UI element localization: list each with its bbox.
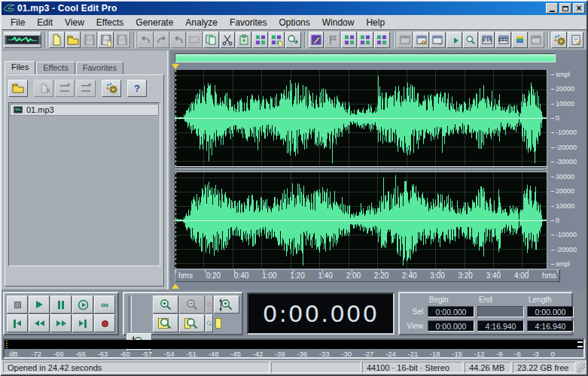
menu-item[interactable]: Effects [90, 16, 129, 29]
amplitude-tick-label: 0 [551, 114, 581, 122]
window-blank-button[interactable] [529, 32, 544, 48]
open-file-button[interactable] [66, 32, 81, 48]
window-clock-button[interactable] [413, 32, 429, 48]
cursor-marker-top-icon[interactable] [172, 64, 179, 69]
effect-grid-1-button[interactable] [341, 32, 357, 48]
stop-button[interactable] [7, 296, 28, 314]
menu-item[interactable]: Help [360, 16, 391, 29]
insert-file-multitrack-button[interactable] [76, 80, 96, 97]
view-begin-field[interactable]: 0:00.000 [428, 320, 474, 332]
vertical-zoom-in-button[interactable] [214, 296, 239, 314]
sel-begin-field[interactable]: 0:00.000 [428, 306, 474, 317]
play-looped-button[interactable] [72, 296, 93, 314]
clock-icon [422, 41, 425, 44]
copy-button[interactable] [203, 32, 219, 48]
cut-button[interactable] [220, 32, 236, 48]
resize-grip[interactable] [577, 362, 585, 373]
time-window-label: 0:15 [480, 38, 494, 42]
time-ruler[interactable]: hms0:200:401:001:201:402:002:202:403:003… [175, 269, 560, 282]
loop-button[interactable] [94, 296, 115, 314]
view-length-field[interactable]: 4:16.940 [527, 320, 574, 332]
zoom-out-button[interactable] [179, 296, 205, 314]
insert-icon [60, 85, 69, 92]
find-button[interactable] [285, 32, 301, 48]
close-file-button[interactable] [34, 80, 53, 97]
save-as-button[interactable] [98, 32, 114, 48]
paste-to-new-button[interactable] [269, 32, 285, 48]
menu-item[interactable]: File [5, 16, 31, 29]
time-tick-label: 1:40 [318, 271, 332, 280]
window-organize-button[interactable] [397, 32, 413, 48]
level-meter[interactable]: dB -72-69-66-63-60-57-54-51-48-45-42-39-… [3, 338, 585, 359]
menu-item[interactable]: Edit [31, 16, 59, 29]
window-export-button[interactable] [430, 32, 446, 48]
zoom-to-selection-button[interactable] [153, 314, 178, 332]
insert-into-multitrack-button[interactable] [55, 80, 75, 97]
paste-button[interactable] [236, 32, 251, 48]
window-palette-button[interactable] [512, 32, 528, 48]
menu-item[interactable]: Options [273, 16, 315, 29]
new-file-button[interactable] [49, 32, 65, 48]
help-button[interactable] [127, 80, 147, 97]
zoom-in-button[interactable] [153, 296, 178, 314]
maximize-button[interactable] [559, 3, 571, 14]
waveform-channel-right[interactable] [175, 172, 547, 268]
file-list[interactable]: 01.mp3 [8, 102, 160, 266]
channel-divider[interactable] [175, 166, 547, 172]
fast-forward-button[interactable] [50, 314, 72, 332]
save-all-button[interactable] [114, 32, 130, 48]
mix-paste-button[interactable] [252, 32, 268, 48]
go-to-end-button[interactable] [72, 314, 93, 332]
play-button[interactable] [29, 296, 50, 314]
cursor-marker-bottom-icon[interactable] [172, 284, 179, 289]
sel-end-field[interactable] [477, 306, 524, 317]
window-frames-button[interactable]: EEE [495, 32, 511, 48]
effect-grid-3-button[interactable] [374, 32, 390, 48]
window-zoom-button[interactable] [463, 32, 479, 48]
pause-button[interactable] [50, 296, 72, 314]
menu-item[interactable]: Generate [129, 16, 179, 29]
meter-bar [5, 340, 583, 349]
draw-tool-button[interactable] [309, 32, 324, 48]
undo-button[interactable] [138, 32, 154, 48]
window-time-button[interactable]: 0:15 [479, 32, 495, 48]
record-button[interactable] [94, 314, 115, 332]
view-end-field[interactable]: 4:16.940 [477, 320, 524, 332]
file-list-item[interactable]: 01.mp3 [10, 104, 159, 116]
save-button[interactable] [81, 32, 97, 48]
menu-item[interactable]: Favorites [224, 16, 273, 29]
minimize-button[interactable] [546, 3, 558, 14]
meter-scale: dB -72-69-66-63-60-57-54-51-48-45-42-39-… [5, 349, 583, 359]
waveform-multitrack-toggle-button[interactable] [4, 32, 41, 48]
meter-calibration-icon [6, 341, 8, 348]
tab-effects[interactable]: Effects [36, 62, 75, 74]
meter-tick-label: -27 [364, 350, 374, 358]
trim-button[interactable] [187, 32, 203, 48]
scripts-notepad-button[interactable] [568, 32, 583, 48]
waveform-channel-left[interactable] [175, 70, 547, 166]
scatter-settings-button[interactable] [551, 32, 567, 48]
open-folder-button[interactable] [8, 80, 28, 97]
go-to-beginning-button[interactable] [7, 314, 28, 332]
zoom-to-right-edge-button[interactable] [206, 314, 213, 332]
overview-bar[interactable] [175, 53, 556, 62]
close-button[interactable] [573, 3, 585, 14]
list-options-button[interactable] [102, 80, 121, 97]
tab-favorites[interactable]: Favorites [76, 62, 123, 74]
sel-length-field[interactable]: 0:00.000 [527, 306, 574, 317]
redo-button[interactable] [154, 32, 170, 48]
rewind-button[interactable] [29, 314, 50, 332]
menu-item[interactable]: Window [316, 16, 361, 29]
flag-button[interactable] [324, 32, 340, 48]
zoom-to-left-edge-button[interactable] [179, 314, 205, 332]
zoom-full-button[interactable] [206, 296, 213, 314]
meter-tick-label: -54 [164, 350, 175, 358]
menu-item[interactable]: Analyze [179, 16, 224, 29]
effect-grid-2-button[interactable] [358, 32, 373, 48]
amplitude-ruler[interactable]: smpl20000100000-10000-20000-30000 300002… [547, 70, 581, 268]
repeat-last-button[interactable] [170, 32, 186, 48]
menu-item[interactable]: View [59, 16, 90, 29]
time-display[interactable]: 0:00.000 [247, 293, 395, 335]
window-play-button[interactable] [446, 32, 462, 48]
tab-files[interactable]: Files [5, 61, 35, 74]
